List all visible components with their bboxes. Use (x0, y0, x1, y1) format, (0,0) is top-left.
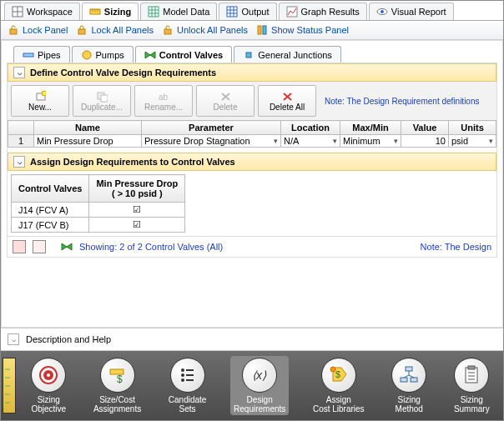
delete-all-button[interactable]: Delete All (258, 85, 316, 117)
rename-button[interactable]: ab Rename... (134, 85, 193, 117)
unlock-all-button[interactable]: Unlock All Panels (162, 24, 248, 36)
sub-tab-control-valves[interactable]: Control Valves (135, 46, 232, 63)
nav-sizing-method[interactable]: Sizing Method (388, 356, 430, 415)
cell-location[interactable]: N/A▾ (281, 135, 340, 148)
cell-units[interactable]: psid▾ (449, 135, 496, 148)
sub-tab-pipes[interactable]: Pipes (13, 46, 70, 63)
nav-sizing-summary[interactable]: Sizing Summary (451, 356, 493, 415)
svg-rect-64 (411, 378, 417, 382)
tab-label: Visual Report (391, 7, 446, 17)
tab-visual-report[interactable]: Visual Report (369, 3, 454, 20)
col-rownum (8, 121, 34, 135)
tab-workspace[interactable]: Workspace (4, 3, 80, 20)
sub-tab-pumps[interactable]: Pumps (72, 46, 134, 63)
col-maxmin: Max/Min (340, 121, 401, 135)
label: Delete (214, 103, 238, 112)
svg-rect-24 (263, 26, 266, 34)
lock-all-button[interactable]: Lock All Panels (76, 24, 154, 36)
nav-sizing-objective[interactable]: Sizing Objective (28, 356, 69, 415)
svg-text:⟨x⟩: ⟨x⟩ (252, 368, 267, 382)
description-bar[interactable]: ⌵ Description and Help (1, 328, 503, 351)
junction-icon (243, 49, 255, 61)
assign-checkbox[interactable]: ☑ (89, 203, 185, 218)
cell-name[interactable]: Min Pressure Drop (34, 135, 142, 148)
assign-requirements-header[interactable]: ⌵ Assign Design Requirements to Control … (8, 153, 496, 171)
svg-rect-33 (101, 95, 108, 102)
status-icon (256, 24, 268, 36)
sub-tab-general-junctions[interactable]: General Junctions (234, 46, 341, 63)
ruler-rail-icon (3, 358, 16, 413)
svg-text:$: $ (117, 373, 123, 385)
sub-tab-bar: Pipes Pumps Control Valves General Junct… (7, 46, 497, 63)
label: Duplicate... (81, 103, 123, 112)
label: Unlock All Panels (177, 25, 248, 35)
svg-marker-40 (67, 243, 72, 250)
label: Control Valves (159, 50, 223, 60)
duplicate-button[interactable]: Duplicate... (73, 85, 131, 117)
tab-label: Workspace (27, 7, 73, 17)
label: Candidate Sets (169, 395, 207, 413)
chevron-down-icon: ▾ (270, 137, 278, 145)
delete-all-icon (281, 91, 293, 103)
svg-rect-7 (149, 7, 159, 17)
svg-point-26 (83, 51, 91, 59)
pipe-icon (23, 49, 34, 61)
assign-row: J17 (FCV B) ☑ (12, 218, 185, 233)
tab-model-data[interactable]: Model Data (140, 3, 217, 20)
svg-rect-63 (401, 378, 407, 382)
select-same-button[interactable] (13, 240, 26, 253)
svg-text:$: $ (335, 369, 340, 379)
requirements-toolbar: New... Duplicate... ab Rename... Delete … (8, 82, 496, 120)
valve-icon (61, 241, 73, 253)
col-name: Name (34, 121, 142, 135)
grid-row[interactable]: 1 Min Pressure Drop Pressure Drop Stagna… (8, 135, 496, 148)
assign-grid: Control Valves Min Pressure Drop ( > 10 … (11, 174, 185, 233)
lock-open-icon (8, 24, 19, 36)
svg-rect-25 (23, 53, 33, 57)
lock-panel-button[interactable]: Lock Panel (8, 24, 68, 36)
cell-maxmin[interactable]: Minimum▾ (340, 135, 401, 148)
chevron-down-icon: ▾ (330, 137, 337, 145)
chevron-down-icon: ▾ (486, 137, 493, 145)
chevron-down-icon: ▾ (391, 137, 398, 145)
collapse-icon: ⌵ (13, 67, 25, 78)
define-requirements-header[interactable]: ⌵ Define Control Valve Design Requiremen… (8, 63, 496, 82)
rename-icon: ab (158, 91, 169, 103)
delete-button[interactable]: Delete (196, 85, 255, 117)
status-row: Showing: 2 of 2 Control Valves (All) Not… (8, 236, 496, 257)
tab-label: Output (241, 7, 269, 17)
svg-rect-12 (227, 7, 237, 17)
nav-assign-cost[interactable]: $ Assign Cost Libraries (310, 356, 368, 415)
tab-label: Graph Results (301, 7, 360, 17)
assign-checkbox[interactable]: ☑ (89, 218, 185, 233)
nav-size-cost[interactable]: $ Size/Cost Assignments (90, 356, 144, 415)
list-icon (170, 358, 205, 393)
svg-marker-28 (150, 52, 155, 58)
label: New... (28, 103, 52, 112)
bottom-nav: Sizing Objective $ Size/Cost Assignments… (1, 351, 503, 420)
ruler-dollar-icon: $ (100, 358, 135, 393)
lock-toolbar: Lock Panel Lock All Panels Unlock All Pa… (1, 21, 503, 40)
tab-output[interactable]: Output (219, 3, 276, 20)
svg-rect-22 (164, 29, 171, 34)
section-title: Define Control Valve Design Requirements (30, 68, 216, 78)
nav-design-requirements[interactable]: ⟨x⟩ Design Requirements (230, 356, 289, 415)
clipboard-icon (454, 358, 489, 393)
cell-value[interactable]: 10 (401, 135, 449, 148)
svg-rect-17 (287, 7, 297, 17)
flowchart-icon (391, 358, 426, 393)
select-special-button[interactable] (33, 240, 46, 253)
workspace-icon (12, 6, 23, 18)
new-icon (34, 91, 46, 103)
svg-point-53 (181, 373, 184, 377)
cell-parameter[interactable]: Pressure Drop Stagnation▾ (142, 135, 281, 148)
collapse-icon: ⌵ (13, 156, 25, 168)
show-status-button[interactable]: Show Status Panel (256, 24, 349, 36)
new-button[interactable]: New... (11, 85, 69, 117)
tab-graph-results[interactable]: Graph Results (279, 3, 367, 20)
tab-sizing[interactable]: Sizing (82, 3, 139, 20)
eye-icon (376, 6, 388, 18)
svg-point-61 (330, 367, 335, 372)
nav-candidate-sets[interactable]: Candidate Sets (165, 356, 210, 415)
table-icon (226, 6, 238, 18)
